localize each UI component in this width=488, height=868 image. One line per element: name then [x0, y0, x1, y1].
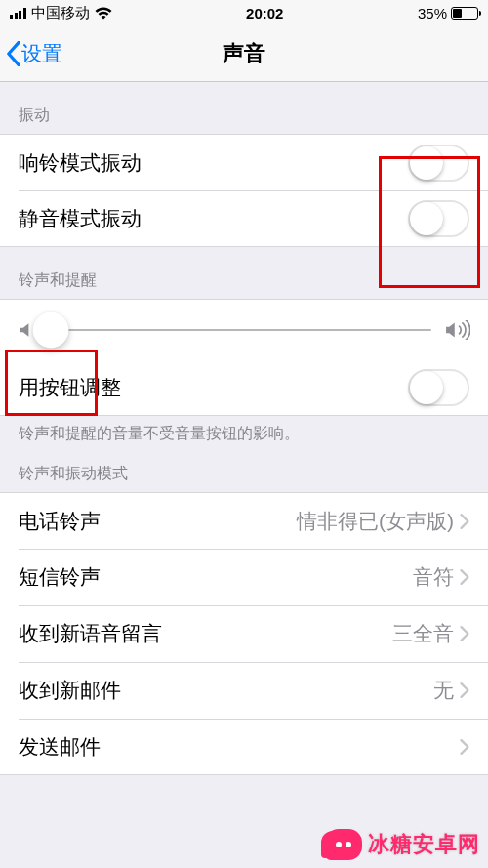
row-vibrate-on-ring[interactable]: 响铃模式振动 — [0, 134, 488, 190]
speaker-high-icon — [445, 320, 470, 340]
row-label: 电话铃声 — [19, 508, 101, 535]
chevron-right-icon — [460, 739, 469, 755]
row-value: 情非得已(女声版) — [297, 508, 454, 535]
status-time: 20:02 — [246, 5, 283, 21]
slider-thumb[interactable] — [33, 311, 69, 348]
toggle-vibrate-ring[interactable] — [408, 145, 469, 182]
back-label: 设置 — [21, 40, 62, 67]
row-sent-mail[interactable]: 发送邮件 — [0, 719, 488, 775]
row-value: 三全音 — [392, 620, 454, 647]
volume-slider[interactable] — [47, 329, 431, 331]
page-title: 声音 — [223, 39, 265, 68]
row-label: 响铃模式振动 — [19, 149, 142, 177]
row-label: 收到新邮件 — [19, 677, 121, 704]
chevron-right-icon — [460, 626, 469, 641]
battery-percent: 35% — [418, 5, 447, 21]
speaker-low-icon — [18, 321, 33, 339]
row-change-with-buttons[interactable]: 用按钮调整 — [0, 359, 488, 416]
toggle-change-with-buttons[interactable] — [408, 369, 469, 406]
section-header-vibration: 振动 — [0, 82, 488, 134]
battery-icon — [451, 7, 478, 20]
chevron-left-icon — [6, 41, 21, 66]
row-label: 短信铃声 — [19, 563, 101, 591]
chevron-right-icon — [460, 569, 469, 585]
row-new-mail[interactable]: 收到新邮件 无 — [0, 662, 488, 719]
signal-icon — [10, 7, 26, 19]
row-value: 无 — [433, 677, 454, 704]
row-vibrate-on-silent[interactable]: 静音模式振动 — [0, 190, 488, 247]
section-header-patterns: 铃声和振动模式 — [0, 450, 488, 492]
row-label: 收到新语音留言 — [19, 620, 162, 647]
row-label: 发送邮件 — [19, 733, 101, 761]
nav-bar: 设置 声音 — [0, 25, 488, 82]
status-bar: 中国移动 20:02 35% — [0, 0, 488, 25]
back-button[interactable]: 设置 — [6, 40, 62, 67]
row-label: 用按钮调整 — [19, 374, 121, 401]
carrier-label: 中国移动 — [31, 4, 90, 22]
row-new-voicemail[interactable]: 收到新语音留言 三全音 — [0, 605, 488, 662]
section-footer-ringer: 铃声和提醒的音量不受音量按钮的影响。 — [0, 416, 488, 450]
watermark-icon — [325, 829, 362, 860]
chevron-right-icon — [460, 682, 469, 698]
row-volume-slider — [0, 299, 488, 359]
watermark-text: 冰糖安卓网 — [368, 830, 480, 859]
row-text-tone[interactable]: 短信铃声 音符 — [0, 549, 488, 605]
wifi-icon — [95, 7, 112, 20]
row-label: 静音模式振动 — [19, 205, 142, 232]
watermark: 冰糖安卓网 — [325, 829, 480, 860]
chevron-right-icon — [460, 514, 469, 529]
row-ringtone[interactable]: 电话铃声 情非得已(女声版) — [0, 492, 488, 549]
row-value: 音符 — [413, 563, 454, 591]
section-header-ringer: 铃声和提醒 — [0, 247, 488, 299]
toggle-vibrate-silent[interactable] — [408, 200, 469, 237]
